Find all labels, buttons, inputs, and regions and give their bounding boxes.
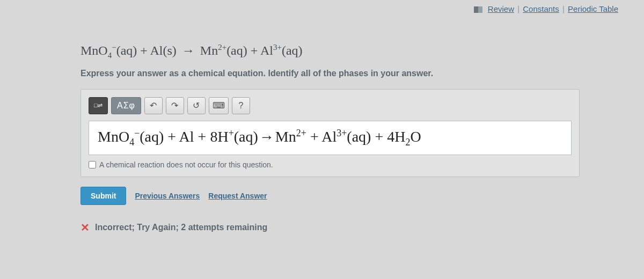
reset-icon: ↺ bbox=[193, 100, 200, 111]
keyboard-icon: ⌨ bbox=[213, 100, 225, 111]
constants-link[interactable]: Constants bbox=[523, 4, 559, 13]
help-icon: ? bbox=[238, 101, 243, 111]
submit-button[interactable]: Submit bbox=[80, 187, 126, 205]
ans-sup: 3+ bbox=[336, 128, 347, 138]
ans-sup: + bbox=[229, 128, 234, 138]
eq-text: (aq) + Al(s) bbox=[116, 43, 180, 57]
ans-text: Mn bbox=[275, 128, 296, 145]
separator: | bbox=[562, 4, 565, 13]
arrow-icon: → bbox=[259, 128, 274, 145]
eq-text: Mn bbox=[197, 43, 218, 57]
eq-sub: 4 bbox=[108, 51, 112, 60]
templates-button[interactable]: □⇌ bbox=[89, 97, 108, 114]
ans-text: (aq) + 4H bbox=[347, 128, 405, 145]
instruction-text: Express your answer as a chemical equati… bbox=[80, 69, 617, 78]
eq-text: (aq) + Al bbox=[226, 43, 273, 57]
eq-sup: 3+ bbox=[273, 43, 282, 52]
eq-text: (aq) bbox=[282, 43, 303, 57]
arrow-icon: → bbox=[182, 43, 195, 57]
no-reaction-checkbox[interactable] bbox=[89, 161, 96, 168]
eq-text: MnO bbox=[80, 43, 108, 57]
review-link[interactable]: Review bbox=[488, 4, 514, 13]
feedback-text: Incorrect; Try Again; 2 attempts remaini… bbox=[95, 223, 267, 232]
ans-sup: 2+ bbox=[296, 128, 306, 138]
reset-button[interactable]: ↺ bbox=[187, 97, 206, 114]
no-reaction-label: A chemical reaction does not occur for t… bbox=[99, 160, 273, 169]
incorrect-icon: ✕ bbox=[80, 221, 90, 234]
no-reaction-row: A chemical reaction does not occur for t… bbox=[89, 160, 572, 169]
ans-sup: − bbox=[134, 128, 140, 138]
help-button[interactable]: ? bbox=[232, 97, 250, 114]
ans-text: (aq) bbox=[234, 128, 258, 145]
greek-label: ΑΣφ bbox=[117, 101, 135, 111]
equation-input[interactable]: MnO4−(aq) + Al + 8H+(aq)→Mn2+ + Al3+(aq)… bbox=[89, 121, 572, 155]
redo-button[interactable]: ↷ bbox=[166, 97, 184, 114]
button-row: Submit Previous Answers Request Answer bbox=[80, 187, 617, 205]
greek-button[interactable]: ΑΣφ bbox=[111, 97, 141, 114]
header-links: Review | Constants | Periodic Table bbox=[474, 4, 618, 14]
request-answer-link[interactable]: Request Answer bbox=[208, 192, 267, 200]
equation-toolbar: □⇌ ΑΣφ ↶ ↷ ↺ ⌨ ? bbox=[89, 97, 572, 114]
question-content: MnO4−(aq) + Al(s) → Mn2+(aq) + Al3+(aq) … bbox=[80, 43, 617, 234]
svg-rect-1 bbox=[478, 6, 482, 13]
ans-text: (aq) + Al + 8H bbox=[140, 128, 228, 145]
eq-sup: 2+ bbox=[218, 43, 226, 52]
templates-icon: □⇌ bbox=[94, 102, 103, 109]
separator: | bbox=[517, 4, 519, 13]
flag-icon bbox=[474, 5, 482, 14]
undo-icon: ↶ bbox=[150, 100, 157, 111]
svg-rect-0 bbox=[474, 6, 478, 13]
keyboard-button[interactable]: ⌨ bbox=[209, 97, 229, 114]
feedback-message: ✕ Incorrect; Try Again; 2 attempts remai… bbox=[80, 221, 617, 234]
undo-button[interactable]: ↶ bbox=[144, 97, 163, 114]
ans-text: + Al bbox=[306, 128, 336, 145]
previous-answers-link[interactable]: Previous Answers bbox=[135, 192, 200, 200]
redo-icon: ↷ bbox=[171, 100, 178, 111]
eq-sup: − bbox=[112, 43, 116, 52]
prompt-equation: MnO4−(aq) + Al(s) → Mn2+(aq) + Al3+(aq) bbox=[80, 43, 617, 60]
periodic-table-link[interactable]: Periodic Table bbox=[568, 4, 618, 13]
answer-box: □⇌ ΑΣφ ↶ ↷ ↺ ⌨ ? MnO4−(aq) + Al + 8H+(aq… bbox=[80, 89, 580, 177]
ans-text: MnO bbox=[98, 128, 129, 145]
ans-sub: 4 bbox=[129, 137, 134, 148]
ans-text: O bbox=[410, 128, 421, 145]
